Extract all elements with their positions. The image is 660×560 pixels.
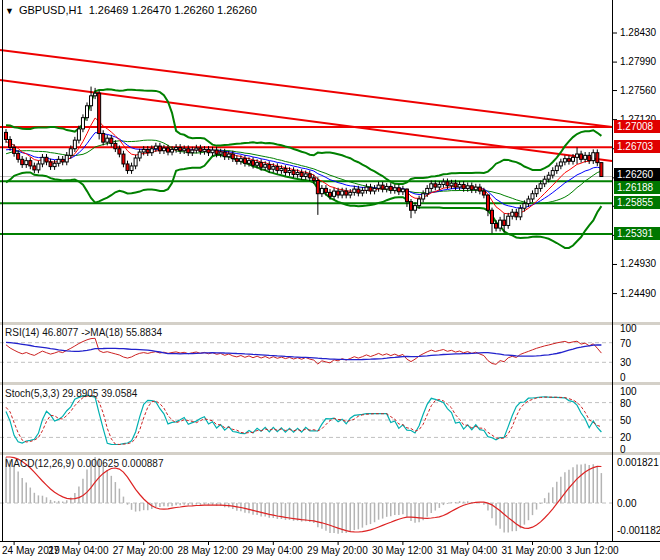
- chart-dropdown-icon[interactable]: ▼: [5, 6, 14, 16]
- mt4-chart-window: ▼GBPUSD,H1 1.26469 1.26470 1.26260 1.262…: [0, 0, 660, 560]
- macd-indicator-label: MACD(12,26,9) 0.000625 0.000887: [5, 458, 163, 469]
- chart-canvas[interactable]: [0, 0, 660, 560]
- rsi-indicator-label: RSI(14) 46.8077 ->MA(18) 55.8834: [5, 327, 162, 338]
- stoch-indicator-label: Stoch(5,3,3) 29.8905 39.0584: [5, 388, 137, 399]
- symbol-period-label: GBPUSD,H1: [19, 4, 83, 16]
- chart-title: ▼GBPUSD,H1 1.26469 1.26470 1.26260 1.262…: [5, 4, 257, 16]
- ohlc-readout: 1.26469 1.26470 1.26260 1.26260: [89, 4, 257, 16]
